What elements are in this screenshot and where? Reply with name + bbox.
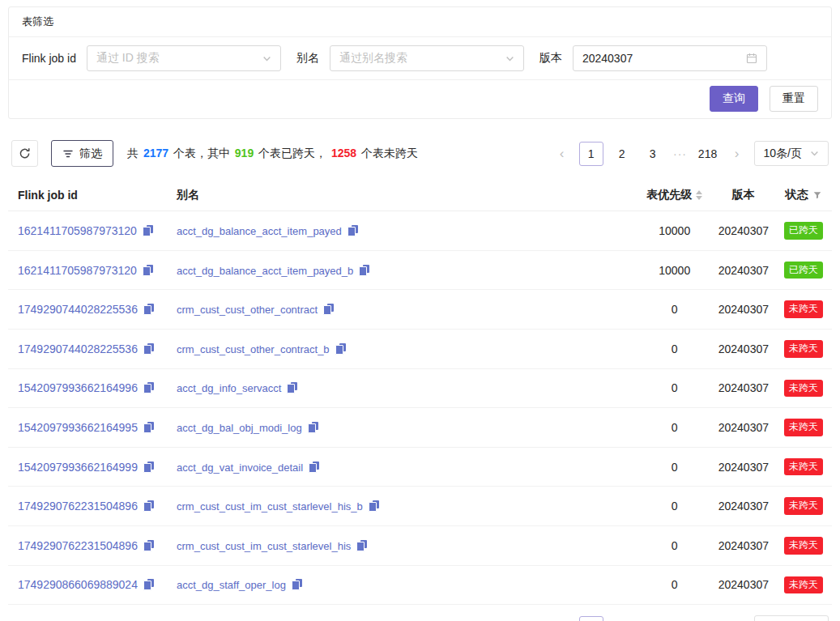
next-page-button[interactable]: › — [727, 142, 748, 165]
copy-icon[interactable] — [143, 461, 154, 473]
alias-link[interactable]: acct_dg_staff_oper_log — [177, 579, 286, 591]
table-row: 1542097993662164996 acct_dg_info_servacc… — [8, 368, 832, 408]
alias-link[interactable]: crm_cust_cust_other_contract_b — [177, 343, 330, 355]
page-ellipsis[interactable]: ··· — [672, 147, 689, 160]
page-size-select[interactable]: 10条/页 — [754, 141, 829, 166]
table-header-row: Flink job id 别名 表优先级 版本 状态 — [8, 180, 832, 211]
summary-seg1: 共 — [127, 147, 142, 160]
version-cell: 20240307 — [712, 250, 775, 290]
job-id-link[interactable]: 1621411705987973120 — [18, 224, 137, 237]
status-badge: 未跨天 — [784, 380, 823, 398]
copy-icon[interactable] — [143, 579, 154, 590]
page-button-3[interactable]: 3 — [641, 616, 665, 621]
copy-icon[interactable] — [143, 304, 154, 315]
job-id-link[interactable]: 1749290744028225536 — [18, 303, 138, 316]
priority-cell: 0 — [637, 526, 712, 566]
filter-toggle-label: 筛选 — [79, 147, 102, 161]
filter-funnel-icon[interactable] — [812, 190, 822, 200]
copy-icon[interactable] — [292, 579, 302, 590]
filter-panel: 表筛选 Flink job id 通过 ID 搜索 别名 通过别名搜索 版本 — [8, 6, 832, 119]
field-flink-job-id: Flink job id 通过 ID 搜索 — [22, 45, 281, 71]
flink-job-id-label: Flink job id — [22, 52, 76, 65]
sort-icon[interactable] — [696, 190, 702, 200]
page-size-select[interactable]: 10条/页 — [754, 615, 829, 621]
copy-icon[interactable] — [143, 225, 153, 236]
alias-link[interactable]: acct_dg_balance_acct_item_payed — [177, 225, 342, 237]
col-header-alias: 别名 — [170, 180, 637, 211]
refresh-button[interactable] — [11, 140, 38, 167]
job-id-link[interactable]: 1749290762231504896 — [18, 500, 138, 513]
status-badge: 未跨天 — [784, 497, 823, 515]
page-button-last[interactable]: 218 — [696, 142, 720, 166]
version-label: 版本 — [539, 51, 562, 66]
chevron-down-icon — [810, 149, 819, 158]
copy-icon[interactable] — [287, 382, 297, 393]
page-button-last[interactable]: 218 — [696, 616, 720, 621]
copy-icon[interactable] — [369, 500, 379, 512]
filter-panel-title: 表筛选 — [9, 7, 831, 37]
alias-link[interactable]: acct_dg_balance_acct_item_payed_b — [177, 265, 353, 277]
toolbar: 筛选 共 2177 个表，其中 919 个表已跨天， 1258 个表未跨天 ‹ … — [8, 140, 832, 167]
pagination-bottom: ‹ 1 2 3 ··· 218 › 10条/页 — [8, 615, 832, 621]
col-header-priority[interactable]: 表优先级 — [637, 180, 712, 211]
copy-icon[interactable] — [143, 500, 154, 512]
copy-icon[interactable] — [143, 265, 153, 276]
alias-link[interactable]: crm_cust_cust_im_cust_starlevel_his_b — [177, 500, 363, 513]
job-id-link[interactable]: 1542097993662164996 — [18, 381, 138, 394]
version-date-value: 20240307 — [582, 52, 633, 65]
job-id-link[interactable]: 1542097993662164999 — [18, 461, 138, 474]
next-page-button[interactable]: › — [727, 617, 748, 621]
table-row: 1749290744028225536 crm_cust_cust_other_… — [8, 290, 832, 330]
alias-link[interactable]: acct_dg_vat_invoice_detail — [177, 461, 303, 474]
flink-job-id-select[interactable]: 通过 ID 搜索 — [87, 45, 281, 71]
page-button-1[interactable]: 1 — [579, 142, 603, 166]
version-date-input[interactable]: 20240307 — [573, 45, 767, 71]
copy-icon[interactable] — [143, 343, 154, 355]
copy-icon[interactable] — [335, 343, 346, 355]
prev-page-button[interactable]: ‹ — [552, 142, 573, 165]
alias-link[interactable]: crm_cust_cust_im_cust_starlevel_his — [177, 540, 351, 552]
job-id-link[interactable]: 1749290762231504896 — [18, 539, 138, 552]
results-table: Flink job id 别名 表优先级 版本 状态 1621411705987… — [8, 180, 832, 605]
copy-icon[interactable] — [323, 304, 334, 315]
table-row: 1542097993662164995 acct_dg_bal_obj_modi… — [8, 408, 832, 448]
priority-cell: 0 — [637, 330, 712, 369]
priority-cell: 10000 — [637, 211, 712, 251]
job-id-link[interactable]: 1621411705987973120 — [18, 264, 137, 277]
page-button-2[interactable]: 2 — [610, 142, 634, 166]
copy-icon[interactable] — [308, 422, 318, 433]
reset-button[interactable]: 重置 — [770, 86, 818, 112]
alias-placeholder: 通过别名搜索 — [339, 51, 407, 66]
priority-cell: 0 — [637, 447, 712, 487]
query-button[interactable]: 查询 — [710, 86, 758, 112]
page-button-1[interactable]: 1 — [579, 616, 603, 621]
filter-fields: Flink job id 通过 ID 搜索 别名 通过别名搜索 版本 20240… — [9, 37, 831, 80]
copy-icon[interactable] — [359, 265, 369, 276]
alias-link[interactable]: acct_dg_bal_obj_modi_log — [177, 422, 302, 434]
job-id-link[interactable]: 1542097993662164995 — [18, 421, 138, 434]
copy-icon[interactable] — [143, 540, 154, 551]
pagination-top: ‹ 1 2 3 ··· 218 › 10条/页 — [552, 141, 829, 166]
summary-seg4: 个表未跨天 — [358, 147, 418, 160]
copy-icon[interactable] — [356, 540, 367, 551]
page-button-2[interactable]: 2 — [610, 616, 634, 621]
version-cell: 20240307 — [712, 211, 775, 251]
copy-icon[interactable] — [309, 461, 319, 473]
summary-seg2: 个表，其中 — [170, 147, 233, 160]
table-summary: 共 2177 个表，其中 919 个表已跨天， 1258 个表未跨天 — [127, 147, 418, 161]
copy-icon[interactable] — [348, 225, 358, 236]
alias-select[interactable]: 通过别名搜索 — [330, 45, 524, 71]
table-row: 1621411705987973120 acct_dg_balance_acct… — [8, 211, 832, 251]
page-button-3[interactable]: 3 — [641, 142, 665, 166]
job-id-link[interactable]: 1749290866069889024 — [18, 578, 138, 591]
alias-link[interactable]: crm_cust_cust_other_contract — [177, 304, 318, 316]
alias-link[interactable]: acct_dg_info_servacct — [177, 382, 281, 394]
copy-icon[interactable] — [143, 422, 154, 433]
priority-cell: 10000 — [637, 250, 712, 290]
job-id-link[interactable]: 1749290744028225536 — [18, 342, 138, 355]
filter-toggle-button[interactable]: 筛选 — [51, 140, 113, 167]
prev-page-button[interactable]: ‹ — [552, 617, 573, 621]
flink-job-id-placeholder: 通过 ID 搜索 — [96, 51, 160, 66]
total-count: 2177 — [142, 147, 170, 160]
copy-icon[interactable] — [143, 382, 154, 393]
